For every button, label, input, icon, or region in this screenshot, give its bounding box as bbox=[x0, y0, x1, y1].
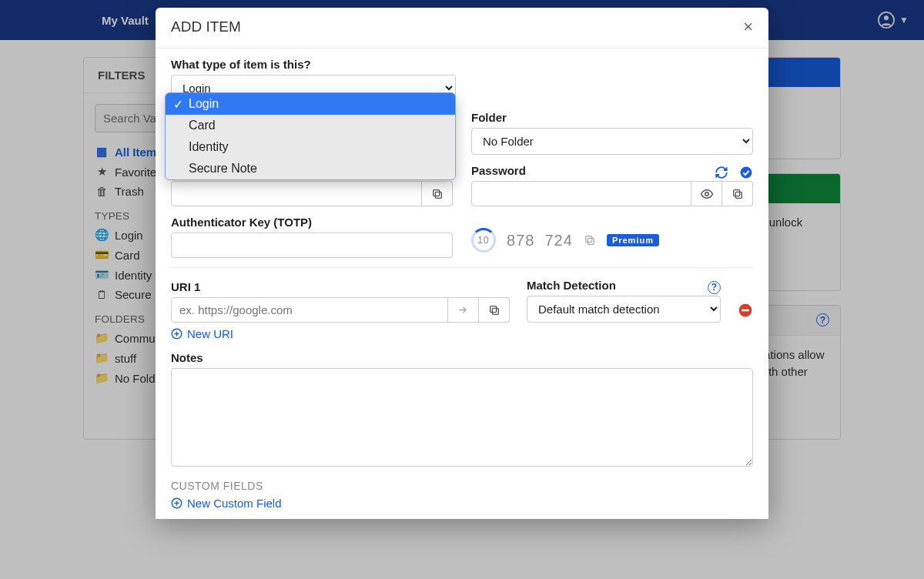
copy-icon bbox=[584, 234, 596, 246]
type-select-dropdown: Login Card Identity Secure Note bbox=[165, 92, 456, 180]
password-label: Password bbox=[471, 164, 526, 177]
svg-rect-6 bbox=[735, 192, 742, 198]
launch-icon bbox=[457, 303, 470, 316]
modal-title: ADD ITEM bbox=[171, 18, 241, 35]
type-label: What type of item is this? bbox=[171, 58, 456, 71]
notes-label: Notes bbox=[171, 351, 753, 364]
plus-circle-icon bbox=[171, 328, 182, 340]
copy-totp-button[interactable] bbox=[584, 234, 596, 246]
svg-rect-13 bbox=[742, 310, 749, 312]
uri1-input[interactable] bbox=[171, 297, 448, 323]
copy-icon bbox=[488, 304, 500, 316]
username-input[interactable] bbox=[171, 181, 422, 206]
match-detection-select[interactable]: Default match detection bbox=[527, 296, 721, 323]
folder-select[interactable]: No Folder bbox=[471, 128, 753, 155]
launch-uri-button[interactable] bbox=[448, 297, 479, 323]
totp-code: 878 724 bbox=[507, 232, 573, 249]
copy-password-button[interactable] bbox=[722, 181, 753, 206]
svg-rect-10 bbox=[492, 308, 498, 314]
close-icon[interactable]: × bbox=[743, 18, 753, 35]
type-option-login[interactable]: Login bbox=[166, 93, 455, 115]
type-option-card[interactable]: Card bbox=[166, 115, 455, 136]
notes-textarea[interactable] bbox=[171, 368, 753, 467]
svg-rect-9 bbox=[586, 236, 592, 243]
totp-label: Authenticator Key (TOTP) bbox=[171, 216, 453, 229]
password-input[interactable] bbox=[471, 181, 691, 206]
svg-rect-2 bbox=[435, 192, 441, 198]
svg-rect-7 bbox=[733, 189, 739, 196]
add-item-modal: ADD ITEM × What type of item is this? Lo… bbox=[156, 8, 768, 519]
new-uri-button[interactable]: New URI bbox=[171, 327, 753, 340]
eye-icon bbox=[700, 187, 714, 201]
totp-timer-value: 10 bbox=[477, 235, 489, 246]
premium-badge: Premium bbox=[607, 234, 659, 246]
uri1-label: URI 1 bbox=[171, 280, 510, 293]
svg-point-4 bbox=[741, 167, 752, 179]
svg-rect-8 bbox=[588, 238, 594, 244]
folder-label: Folder bbox=[471, 111, 753, 124]
svg-rect-3 bbox=[433, 189, 439, 196]
copy-uri-button[interactable] bbox=[479, 297, 510, 323]
type-option-identity[interactable]: Identity bbox=[166, 136, 455, 158]
copy-icon bbox=[431, 188, 444, 200]
totp-input[interactable] bbox=[171, 233, 453, 258]
type-option-secure-note[interactable]: Secure Note bbox=[166, 158, 455, 179]
refresh-icon bbox=[715, 166, 728, 179]
plus-circle-icon bbox=[171, 497, 182, 509]
generate-password-button[interactable] bbox=[715, 166, 728, 179]
new-custom-field-button[interactable]: New Custom Field bbox=[171, 497, 753, 510]
toggle-visibility-button[interactable] bbox=[691, 181, 722, 206]
svg-point-5 bbox=[705, 192, 708, 196]
check-password-button[interactable] bbox=[739, 166, 753, 179]
match-detection-label: Match Detection bbox=[527, 279, 616, 292]
remove-uri-button[interactable] bbox=[738, 303, 753, 318]
copy-username-button[interactable] bbox=[422, 181, 453, 206]
minus-circle-icon bbox=[738, 303, 753, 318]
check-circle-icon bbox=[739, 166, 753, 179]
copy-icon bbox=[732, 188, 744, 200]
svg-rect-11 bbox=[490, 306, 496, 312]
help-icon[interactable]: ? bbox=[708, 281, 721, 294]
custom-fields-heading: CUSTOM FIELDS bbox=[171, 480, 753, 492]
totp-timer-ring: 10 bbox=[471, 228, 496, 253]
